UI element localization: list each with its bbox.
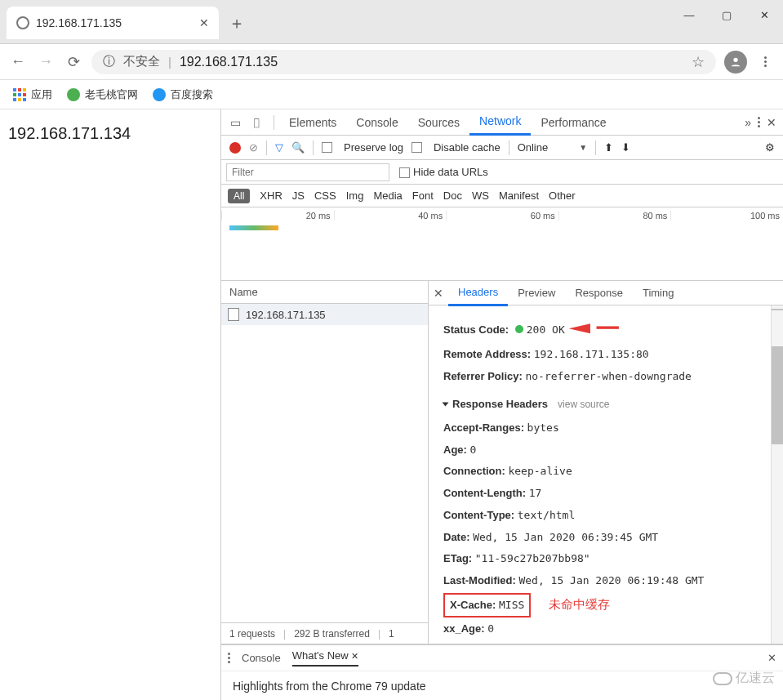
type-all[interactable]: All bbox=[228, 189, 250, 203]
header-key: ETag: bbox=[443, 552, 472, 564]
document-icon bbox=[228, 308, 239, 321]
header-value: Wed, 15 Jan 2020 06:19:48 GMT bbox=[518, 574, 704, 586]
page-body-text: 192.168.171.134 bbox=[8, 124, 131, 142]
globe-icon bbox=[16, 16, 29, 29]
response-headers-section[interactable]: Response Headers view source bbox=[443, 395, 772, 415]
filter-bar: Hide data URLs bbox=[221, 160, 783, 185]
summary-transferred: 292 B transferred bbox=[294, 628, 370, 640]
close-icon[interactable]: ✕ bbox=[199, 16, 209, 29]
drawer-menu-icon[interactable] bbox=[228, 653, 230, 663]
tab-sources[interactable]: Sources bbox=[408, 109, 469, 136]
summary-requests: 1 requests bbox=[229, 628, 275, 640]
devtools-menu-icon[interactable] bbox=[758, 117, 760, 127]
forward-button[interactable]: → bbox=[36, 52, 56, 72]
type-manifest[interactable]: Manifest bbox=[499, 189, 539, 202]
timeline-tick: 80 ms bbox=[558, 211, 671, 221]
watermark-logo-icon bbox=[713, 672, 732, 685]
type-xhr[interactable]: XHR bbox=[260, 189, 282, 202]
tab-elements[interactable]: Elements bbox=[279, 109, 346, 136]
close-details-icon[interactable]: ✕ bbox=[429, 287, 448, 300]
tab-network[interactable]: Network bbox=[469, 109, 531, 136]
apps-icon bbox=[13, 88, 26, 101]
watermark-text: 亿速云 bbox=[736, 670, 775, 687]
detail-tab-preview[interactable]: Preview bbox=[508, 281, 565, 306]
type-doc[interactable]: Doc bbox=[443, 189, 462, 202]
request-name: 192.168.171.135 bbox=[246, 309, 326, 321]
view-source-link[interactable]: view source bbox=[558, 395, 609, 414]
caret-down-icon bbox=[443, 403, 449, 407]
detail-tab-response[interactable]: Response bbox=[565, 281, 633, 306]
back-button[interactable]: ← bbox=[8, 52, 28, 72]
bookmark-item[interactable]: 百度搜索 bbox=[153, 87, 213, 102]
header-value: Wed, 15 Jan 2020 06:39:45 GMT bbox=[473, 531, 658, 543]
chevron-down-icon[interactable]: ▼ bbox=[579, 143, 587, 152]
search-icon[interactable]: 🔍 bbox=[291, 141, 305, 154]
details-scrollbar[interactable] bbox=[771, 305, 783, 644]
drawer-tab-console[interactable]: Console bbox=[242, 652, 281, 664]
clear-button[interactable]: ⊘ bbox=[249, 141, 258, 154]
more-tabs-icon[interactable]: » bbox=[745, 116, 751, 129]
favicon bbox=[153, 88, 166, 101]
network-toolbar: ⊘ ▽ 🔍 Preserve log Disable cache Online … bbox=[221, 136, 783, 160]
header-value: keep-alive bbox=[508, 465, 572, 477]
settings-gear-icon[interactable]: ⚙ bbox=[765, 141, 775, 154]
drawer-tabs: Console What's New ✕ ✕ bbox=[221, 644, 783, 671]
type-js[interactable]: JS bbox=[292, 189, 305, 202]
detail-tab-timing[interactable]: Timing bbox=[633, 281, 684, 306]
record-button[interactable] bbox=[229, 142, 241, 154]
reload-button[interactable]: ⟳ bbox=[64, 52, 83, 72]
request-row[interactable]: 192.168.171.135 bbox=[221, 304, 428, 325]
devtools-tabs: ▭ ⌷ Elements Console Sources Network Per… bbox=[221, 109, 783, 136]
type-media[interactable]: Media bbox=[373, 189, 402, 202]
browser-tab[interactable]: 192.168.171.135 ✕ bbox=[7, 7, 219, 39]
detail-tab-headers[interactable]: Headers bbox=[448, 281, 508, 306]
headers-content[interactable]: Status Code: 200 OK ◄━ Remote Address: 1… bbox=[429, 305, 783, 644]
throttling-select[interactable]: Online bbox=[518, 141, 549, 154]
filter-input[interactable] bbox=[226, 163, 389, 181]
bookmark-item[interactable]: 老毛桃官网 bbox=[67, 87, 138, 102]
window-controls: ― ▢ ✕ bbox=[670, 0, 783, 29]
minimize-button[interactable]: ― bbox=[670, 0, 708, 29]
type-other[interactable]: Other bbox=[549, 189, 576, 202]
filter-icon[interactable]: ▽ bbox=[275, 141, 283, 154]
device-toggle-icon[interactable]: ⌷ bbox=[247, 114, 265, 132]
drawer-tab-whatsnew[interactable]: What's New ✕ bbox=[292, 649, 359, 667]
preserve-log-checkbox[interactable] bbox=[322, 142, 332, 153]
type-css[interactable]: CSS bbox=[314, 189, 336, 202]
header-key: Date: bbox=[443, 531, 470, 543]
window-titlebar: 192.168.171.135 ✕ ＋ ― ▢ ✕ bbox=[0, 0, 783, 44]
type-img[interactable]: Img bbox=[346, 189, 364, 202]
list-header-name[interactable]: Name bbox=[221, 281, 428, 304]
bookmark-label: 老毛桃官网 bbox=[85, 87, 138, 102]
status-code-value: 200 OK bbox=[527, 323, 565, 336]
inspect-icon[interactable]: ▭ bbox=[226, 114, 244, 132]
profile-avatar[interactable] bbox=[724, 51, 747, 74]
network-timeline[interactable]: 20 ms 40 ms 60 ms 80 ms 100 ms bbox=[221, 207, 783, 281]
favicon bbox=[67, 88, 80, 101]
disable-cache-checkbox[interactable] bbox=[412, 142, 422, 153]
hide-data-urls[interactable]: Hide data URLs bbox=[399, 166, 488, 178]
url-text: 192.168.171.135 bbox=[180, 55, 278, 69]
devtools-close-icon[interactable]: ✕ bbox=[767, 116, 776, 129]
referrer-policy-value: no-referrer-when-downgrade bbox=[525, 370, 692, 382]
timeline-tick: 100 ms bbox=[670, 211, 783, 221]
header-value: 17 bbox=[529, 487, 542, 499]
menu-button[interactable] bbox=[755, 52, 775, 72]
bookmark-star-icon[interactable]: ☆ bbox=[692, 53, 705, 71]
type-filters: All XHR JS CSS Img Media Font Doc WS Man… bbox=[221, 185, 783, 207]
type-font[interactable]: Font bbox=[412, 189, 434, 202]
type-ws[interactable]: WS bbox=[472, 189, 489, 202]
header-key: X-Cache: bbox=[450, 599, 496, 611]
tab-performance[interactable]: Performance bbox=[531, 109, 616, 136]
maximize-button[interactable]: ▢ bbox=[708, 0, 745, 29]
remote-address-label: Remote Address: bbox=[443, 348, 531, 360]
close-window-button[interactable]: ✕ bbox=[745, 0, 783, 29]
export-har-icon[interactable]: ⬇ bbox=[621, 141, 630, 154]
new-tab-button[interactable]: ＋ bbox=[225, 11, 248, 34]
apps-shortcut[interactable]: 应用 bbox=[13, 87, 52, 102]
import-har-icon[interactable]: ⬆ bbox=[604, 141, 613, 154]
omnibox[interactable]: ⓘ 不安全 | 192.168.171.135 ☆ bbox=[91, 50, 716, 74]
tab-console[interactable]: Console bbox=[346, 109, 407, 136]
status-dot-icon bbox=[515, 325, 523, 333]
drawer-close-icon[interactable]: ✕ bbox=[767, 652, 776, 664]
